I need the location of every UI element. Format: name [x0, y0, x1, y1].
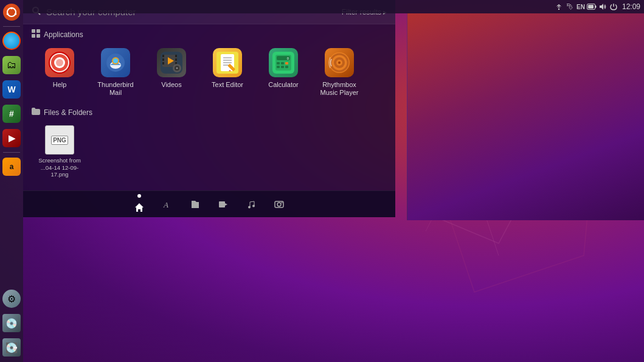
power-icon[interactable] — [609, 2, 618, 12]
app-icon-videos — [157, 48, 186, 77]
app-label-thunderbird: Thunderbird Mail — [94, 81, 137, 97]
app-label-text-editor: Text Editor — [212, 81, 243, 89]
svg-marker-68 — [225, 203, 227, 206]
svg-rect-58 — [281, 66, 284, 68]
active-indicator — [137, 194, 141, 198]
svg-rect-32 — [162, 58, 164, 61]
svg-rect-31 — [162, 55, 164, 57]
svg-rect-35 — [175, 58, 177, 61]
app-item-thunderbird[interactable]: Thunderbird Mail — [91, 46, 140, 99]
file-item-screenshot[interactable]: PNG Screenshot from...04-14 12-09-17.png — [35, 123, 84, 180]
filter-files-icon[interactable] — [187, 196, 204, 213]
network-icon[interactable] — [554, 2, 564, 12]
svg-point-72 — [277, 203, 281, 206]
svg-rect-59 — [285, 66, 288, 68]
files-section-header: Files & Folders — [23, 103, 395, 119]
app-icon-text-editor — [213, 48, 242, 77]
svg-rect-11 — [595, 5, 596, 8]
svg-marker-13 — [600, 4, 603, 10]
files-section-icon — [32, 108, 40, 117]
launcher-item-ubuntu[interactable] — [1, 1, 23, 23]
app-item-rhythmbox[interactable]: Rhythmbox Music Player — [315, 46, 364, 99]
svg-point-9 — [558, 9, 559, 10]
launcher-item-files[interactable]: 🗂 — [1, 54, 23, 76]
panel-indicators: ⮷ EN 12:09 — [554, 2, 640, 12]
app-item-help[interactable]: Help — [35, 46, 84, 99]
app-icon-rhythmbox — [325, 48, 354, 77]
applications-grid: Help Thunderbird Mail — [23, 42, 395, 103]
applications-section-title: Applications — [44, 30, 83, 39]
battery-icon[interactable] — [587, 2, 597, 12]
svg-point-73 — [282, 202, 283, 203]
app-icon-calculator: 0 — [269, 48, 298, 77]
svg-rect-54 — [281, 62, 284, 64]
launcher-item-disk2[interactable]: 💽 — [1, 336, 23, 358]
svg-rect-67 — [219, 201, 225, 207]
svg-rect-33 — [162, 62, 164, 64]
svg-rect-19 — [36, 34, 40, 38]
svg-point-7 — [15, 13, 17, 15]
svg-point-6 — [10, 7, 13, 10]
svg-rect-34 — [175, 55, 177, 57]
svg-point-40 — [176, 68, 178, 69]
file-label-screenshot: Screenshot from...04-14 12-09-17.png — [38, 157, 81, 178]
svg-point-23 — [56, 59, 63, 66]
svg-rect-18 — [32, 34, 35, 38]
keyboard-icon[interactable]: EN — [576, 2, 586, 12]
svg-rect-53 — [277, 62, 280, 64]
launcher-item-settings[interactable]: ⚙ — [1, 288, 23, 310]
filter-bar: A — [23, 190, 395, 217]
app-label-calculator: Calculator — [268, 81, 299, 89]
background-window — [407, 13, 644, 220]
file-icon-screenshot: PNG — [45, 125, 74, 155]
applications-section-icon — [32, 29, 40, 40]
svg-point-65 — [338, 61, 341, 64]
svg-rect-16 — [32, 29, 35, 33]
svg-point-8 — [7, 13, 9, 15]
bluetooth-icon[interactable]: ⮷ — [565, 2, 575, 12]
launcher-item-writer[interactable]: W — [1, 78, 23, 100]
launcher-item-impress[interactable]: ▶ — [1, 127, 23, 149]
launcher-item-amazon[interactable]: a — [1, 156, 23, 178]
launcher-divider — [3, 26, 20, 27]
svg-point-28 — [113, 58, 118, 63]
svg-point-69 — [248, 206, 251, 208]
app-item-calculator[interactable]: 0 Calculator — [259, 46, 308, 99]
filter-music-icon[interactable] — [243, 196, 260, 213]
svg-rect-57 — [277, 66, 280, 68]
app-item-videos[interactable]: Videos — [147, 46, 196, 99]
app-label-rhythmbox: Rhythmbox Music Player — [317, 81, 361, 97]
applications-section-header: Applications — [23, 24, 395, 42]
launcher-item-disk1[interactable]: 💿 — [1, 312, 23, 334]
unity-launcher: 🗂 W # ▶ a ⚙ 💿 💽 — [0, 0, 23, 362]
filter-applications-icon[interactable]: A — [159, 196, 176, 213]
filter-video-icon[interactable] — [215, 196, 232, 213]
launcher-item-calc-lo[interactable]: # — [1, 103, 23, 125]
svg-rect-60 — [289, 62, 290, 64]
svg-rect-17 — [36, 29, 40, 33]
filter-photos-icon[interactable] — [271, 196, 288, 213]
files-section-title: Files & Folders — [44, 108, 92, 117]
files-grid: PNG Screenshot from...04-14 12-09-17.png — [23, 119, 395, 184]
app-item-text-editor[interactable]: Text Editor — [203, 46, 252, 99]
app-label-help: Help — [53, 81, 67, 89]
svg-point-70 — [252, 204, 255, 207]
app-icon-thunderbird — [101, 48, 130, 77]
panel-clock[interactable]: 12:09 — [622, 2, 640, 11]
app-icon-help — [45, 48, 74, 77]
filter-home-icon[interactable] — [131, 199, 148, 216]
svg-rect-12 — [588, 5, 594, 9]
top-panel: ⮷ EN 12:09 — [23, 0, 644, 13]
app-label-videos: Videos — [161, 81, 181, 89]
launcher-divider-2 — [3, 152, 20, 153]
svg-text:A: A — [163, 200, 168, 209]
dash-panel: Filter results ▸ Applications — [23, 0, 395, 217]
launcher-item-firefox[interactable] — [1, 30, 23, 52]
svg-rect-55 — [285, 62, 288, 64]
sound-icon[interactable] — [598, 2, 608, 12]
